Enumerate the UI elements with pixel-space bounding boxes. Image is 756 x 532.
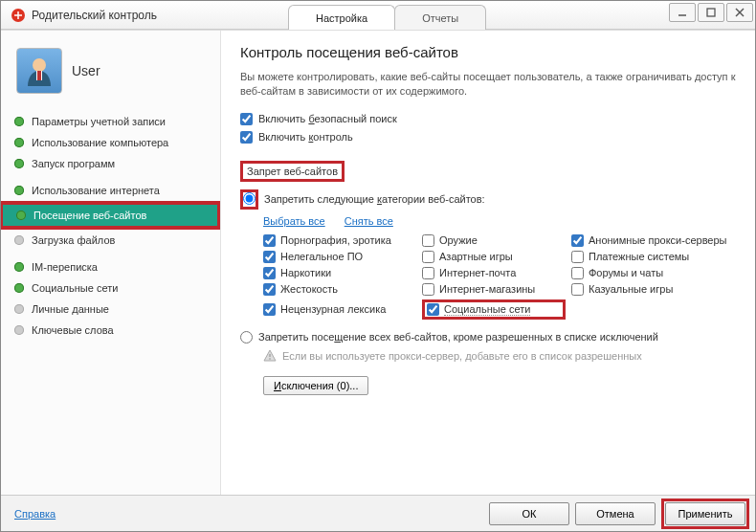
svg-rect-2 [707, 9, 715, 16]
block-all-radio[interactable] [240, 331, 253, 344]
sidebar: User Параметры учетной записи Использова… [1, 31, 221, 495]
status-bullet [14, 117, 24, 126]
status-bullet [14, 283, 24, 293]
sidebar-item-internet[interactable]: Использование интернета [1, 180, 220, 201]
cat-label: Интернет-магазины [439, 283, 535, 295]
block-all-label: Запретить посещение всех веб-сайтов, кро… [258, 331, 658, 343]
content: Контроль посещения веб-сайтов Вы можете … [221, 31, 755, 495]
close-button[interactable] [726, 3, 753, 22]
cat-payment-checkbox[interactable] [571, 251, 584, 263]
cat-weapons-checkbox[interactable] [422, 234, 434, 247]
sidebar-item-programs[interactable]: Запуск программ [1, 153, 220, 174]
svg-point-5 [33, 58, 46, 72]
sidebar-item-label: Посещение веб-сайтов [33, 210, 146, 221]
status-bullet [14, 325, 24, 335]
window: Родительский контроль Настройка Отчеты U… [0, 0, 756, 532]
status-bullet [14, 159, 24, 168]
cat-label: Азартные игры [439, 251, 513, 262]
cat-porn-checkbox[interactable] [263, 234, 276, 247]
app-logo [11, 8, 26, 23]
cat-label: Порнография, эротика [280, 234, 391, 246]
help-link[interactable]: Справка [14, 508, 56, 520]
cat-casual-checkbox[interactable] [571, 283, 584, 296]
cat-label: Жестокость [280, 283, 338, 295]
safe-search-label: Включить безопасный поиск [258, 113, 397, 124]
sidebar-item-label: Использование компьютера [32, 137, 168, 148]
sidebar-item-label: Ключевые слова [32, 324, 114, 336]
ok-button[interactable]: ОК [489, 502, 569, 525]
sidebar-item-label: Загрузка файлов [32, 234, 115, 246]
cat-label: Форумы и чаты [589, 267, 663, 278]
deselect-all-link[interactable]: Снять все [345, 215, 393, 227]
sidebar-item-keywords[interactable]: Ключевые слова [1, 320, 220, 341]
sidebar-item-label: Запуск программ [32, 158, 115, 169]
tab-settings[interactable]: Настройка [288, 5, 395, 30]
cat-shops-checkbox[interactable] [422, 283, 434, 296]
minimize-button[interactable] [669, 3, 696, 22]
cat-social-checkbox[interactable] [427, 303, 439, 316]
section-heading: Запрет веб-сайтов [240, 161, 345, 182]
sidebar-item-websites[interactable]: Посещение веб-сайтов [3, 203, 217, 228]
user-box: User [1, 42, 220, 111]
maximize-button[interactable] [698, 3, 724, 22]
sidebar-item-personal[interactable]: Личные данные [1, 299, 220, 320]
sidebar-item-computer[interactable]: Использование компьютера [1, 132, 220, 153]
window-title: Родительский контроль [32, 9, 157, 22]
svg-point-9 [269, 358, 270, 359]
sidebar-item-label: Личные данные [32, 303, 109, 315]
enable-control-checkbox[interactable] [240, 131, 253, 144]
status-bullet [14, 138, 24, 147]
username: User [72, 63, 100, 78]
sidebar-item-label: Использование интернета [32, 185, 160, 196]
status-bullet [14, 304, 24, 314]
sidebar-item-downloads[interactable]: Загрузка файлов [1, 230, 220, 251]
sidebar-item-social[interactable]: Социальные сети [1, 277, 220, 299]
page-description: Вы можете контролировать, какие веб-сайт… [240, 70, 736, 100]
footer: Справка ОК Отмена Применить [1, 495, 755, 531]
proxy-note: Если вы используете прокси-сервер, добав… [282, 350, 642, 362]
sidebar-item-account[interactable]: Параметры учетной записи [1, 111, 220, 132]
cat-gambling-checkbox[interactable] [422, 251, 434, 263]
cat-label: Анонимные прокси-серверы [589, 234, 727, 246]
category-grid: Порнография, эротика Оружие Анонимные пр… [263, 234, 736, 320]
safe-search-checkbox[interactable] [240, 113, 253, 125]
tab-label: Отчеты [422, 12, 458, 24]
sidebar-item-label: Параметры учетной записи [32, 116, 166, 127]
select-all-link[interactable]: Выбрать все [263, 215, 325, 227]
cat-webmail-checkbox[interactable] [422, 267, 434, 279]
tab-reports[interactable]: Отчеты [394, 5, 486, 30]
cat-label: Платежные системы [589, 251, 689, 262]
cat-violence-checkbox[interactable] [263, 283, 276, 296]
cat-forums-checkbox[interactable] [571, 267, 584, 279]
sidebar-item-label: IM-переписка [32, 261, 98, 273]
cat-label: Нелегальное ПО [280, 251, 363, 262]
cat-label: Оружие [439, 234, 478, 246]
cat-label: Нецензурная лексика [280, 303, 386, 315]
status-bullet [14, 186, 24, 195]
avatar [16, 48, 62, 94]
status-bullet [16, 211, 26, 220]
svg-rect-7 [37, 71, 41, 80]
warning-icon [263, 349, 277, 363]
enable-control-label: Включить контроль [258, 131, 353, 143]
block-categories-radio[interactable] [243, 192, 256, 205]
sidebar-item-im[interactable]: IM-переписка [1, 256, 220, 277]
cat-label: Социальные сети [444, 303, 530, 316]
status-bullet [14, 262, 24, 272]
cat-drugs-checkbox[interactable] [263, 267, 276, 279]
sidebar-item-label: Социальные сети [32, 282, 118, 294]
block-categories-label: Запретить следующие категории веб-сайтов… [264, 193, 485, 205]
tab-label: Настройка [316, 12, 367, 24]
apply-button[interactable]: Применить [665, 502, 745, 525]
cat-profanity-checkbox[interactable] [263, 303, 276, 316]
exceptions-button[interactable]: Исключения (0)... [263, 376, 368, 395]
page-title: Контроль посещения веб-сайтов [240, 44, 736, 60]
cat-label: Интернет-почта [439, 267, 516, 278]
cancel-button[interactable]: Отмена [575, 502, 656, 525]
cat-proxy-checkbox[interactable] [571, 234, 584, 247]
cat-label: Казуальные игры [589, 283, 673, 295]
cat-label: Наркотики [280, 267, 331, 278]
status-bullet [14, 235, 24, 245]
cat-illegal-checkbox[interactable] [263, 251, 276, 263]
